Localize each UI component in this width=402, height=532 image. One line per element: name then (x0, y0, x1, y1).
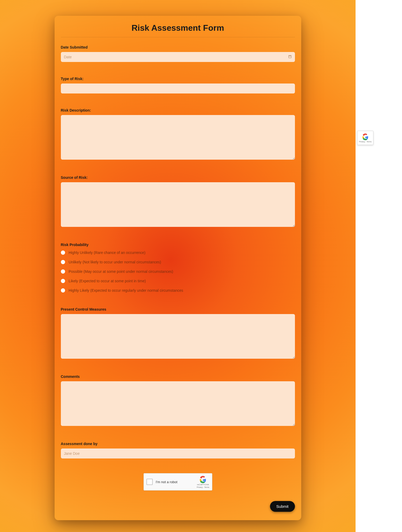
date-input[interactable] (61, 52, 295, 62)
label-source-of-risk: Source of Risk: (61, 175, 295, 180)
form-title: Risk Assessment Form (61, 23, 295, 37)
submit-button[interactable]: Submit (270, 501, 295, 512)
recaptcha-branding: reCAPTCHA Privacy - Terms (197, 476, 209, 488)
radio-option-possible[interactable]: Possible (May occur at some point under … (61, 269, 295, 274)
radio-option-likely[interactable]: Likely (Expected to occur at some point … (61, 279, 295, 283)
risk-description-textarea[interactable] (61, 115, 295, 160)
radio-input[interactable] (61, 269, 65, 274)
recaptcha-badge-links: Privacy - Terms (359, 141, 372, 143)
field-done-by: Assessment done by (61, 442, 295, 458)
radio-input[interactable] (61, 288, 65, 293)
radio-label: Highly Likely (Expected to occur regular… (69, 288, 183, 293)
comments-textarea[interactable] (61, 381, 295, 426)
radio-input[interactable] (61, 279, 65, 283)
submit-row: Submit (61, 501, 295, 512)
label-type-of-risk: Type of Risk: (61, 77, 295, 81)
radio-label: Likely (Expected to occur at some point … (69, 279, 146, 283)
recaptcha-checkbox[interactable] (146, 479, 153, 485)
radio-label: Unlikely (Not likely to occur under norm… (69, 260, 161, 264)
label-control-measures: Present Control Measures (61, 307, 295, 311)
field-date-submitted: Date Submitted (61, 45, 295, 62)
done-by-input[interactable] (61, 448, 295, 458)
field-type-of-risk: Type of Risk: (61, 77, 295, 93)
radio-input[interactable] (61, 260, 65, 264)
source-of-risk-textarea[interactable] (61, 182, 295, 227)
radio-label: Highly Unlikely (Rare chance of an occur… (69, 251, 146, 255)
radio-label: Possible (May occur at some point under … (69, 269, 173, 274)
recaptcha-floating-badge[interactable]: Privacy - Terms (357, 131, 373, 145)
date-input-wrapper (61, 52, 295, 62)
label-comments: Comments (61, 374, 295, 379)
recaptcha-row: I'm not a robot reCAPTCHA Privacy - Term… (61, 473, 295, 491)
risk-probability-radio-group: Highly Unlikely (Rare chance of an occur… (61, 251, 295, 293)
radio-input[interactable] (61, 251, 65, 255)
recaptcha-brand: reCAPTCHA (197, 484, 209, 486)
type-of-risk-input[interactable] (61, 84, 295, 93)
form-card: Risk Assessment Form Date Submitted Type… (55, 16, 301, 520)
field-source-of-risk: Source of Risk: (61, 175, 295, 228)
recaptcha-links: Privacy - Terms (197, 486, 209, 488)
field-risk-probability: Risk Probability Highly Unlikely (Rare c… (61, 243, 295, 293)
recaptcha-icon (362, 133, 369, 140)
label-risk-description: Risk Description: (61, 108, 295, 112)
radio-option-highly-likely[interactable]: Highly Likely (Expected to occur regular… (61, 288, 295, 293)
recaptcha-icon (199, 476, 207, 483)
page-background: Risk Assessment Form Date Submitted Type… (0, 0, 356, 532)
field-control-measures: Present Control Measures (61, 307, 295, 360)
field-comments: Comments (61, 374, 295, 427)
recaptcha-box[interactable]: I'm not a robot reCAPTCHA Privacy - Term… (144, 473, 212, 491)
field-risk-description: Risk Description: (61, 108, 295, 161)
label-date-submitted: Date Submitted (61, 45, 295, 49)
radio-option-highly-unlikely[interactable]: Highly Unlikely (Rare chance of an occur… (61, 251, 295, 255)
control-measures-textarea[interactable] (61, 314, 295, 359)
label-risk-probability: Risk Probability (61, 243, 295, 247)
label-done-by: Assessment done by (61, 442, 295, 446)
radio-option-unlikely[interactable]: Unlikely (Not likely to occur under norm… (61, 260, 295, 264)
recaptcha-text: I'm not a robot (156, 480, 197, 484)
